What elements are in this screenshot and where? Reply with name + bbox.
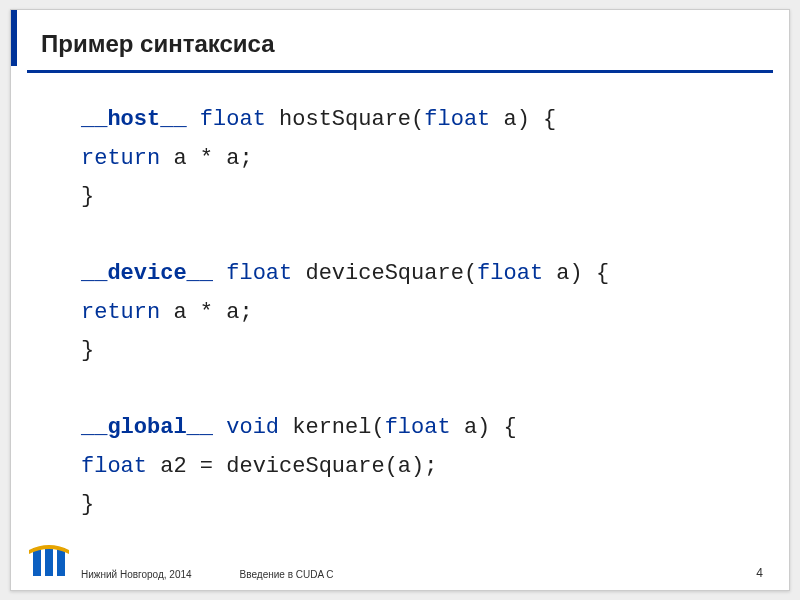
qualifier-device: __device__ [81, 261, 213, 286]
qualifier-host: __host__ [81, 107, 187, 132]
code-line-1: __host__ float hostSquare(float a) { [81, 101, 749, 140]
qualifier-global: __global__ [81, 415, 213, 440]
fn-name: deviceSquare( [292, 261, 477, 286]
param-type: float [385, 415, 451, 440]
type-void: void [226, 415, 279, 440]
fn-name: hostSquare( [266, 107, 424, 132]
footer-course: Введение в CUDA C [240, 569, 334, 580]
param-type: float [424, 107, 490, 132]
code-text: a) { [490, 107, 556, 132]
code-line-6: } [81, 332, 749, 371]
code-text: a) { [543, 261, 609, 286]
keyword-return: return [81, 300, 160, 325]
code-line-3: } [81, 178, 749, 217]
code-line-4: __device__ float deviceSquare(float a) { [81, 255, 749, 294]
param-type: float [477, 261, 543, 286]
code-text: a * a; [160, 300, 252, 325]
code-line-2: return a * a; [81, 140, 749, 179]
page-number: 4 [756, 566, 763, 580]
blank-line [81, 371, 749, 410]
fn-name: kernel( [279, 415, 385, 440]
code-text: a * a; [160, 146, 252, 171]
footer-location: Нижний Новгород, 2014 [81, 569, 192, 580]
code-block: __host__ float hostSquare(float a) { ret… [11, 73, 789, 525]
slide: Пример синтаксиса __host__ float hostSqu… [10, 9, 790, 591]
code-line-8: float a2 = deviceSquare(a); [81, 448, 749, 487]
code-line-9: } [81, 486, 749, 525]
type-float: float [226, 261, 292, 286]
footer: Нижний Новгород, 2014 Введение в CUDA C [11, 569, 789, 580]
code-line-7: __global__ void kernel(float a) { [81, 409, 749, 448]
keyword-return: return [81, 146, 160, 171]
type-float: float [200, 107, 266, 132]
code-text: a) { [451, 415, 517, 440]
header: Пример синтаксиса [11, 10, 789, 66]
code-line-5: return a * a; [81, 294, 749, 333]
type-float: float [81, 454, 147, 479]
code-text: a2 = deviceSquare(a); [147, 454, 437, 479]
blank-line [81, 217, 749, 256]
slide-title: Пример синтаксиса [41, 30, 789, 58]
